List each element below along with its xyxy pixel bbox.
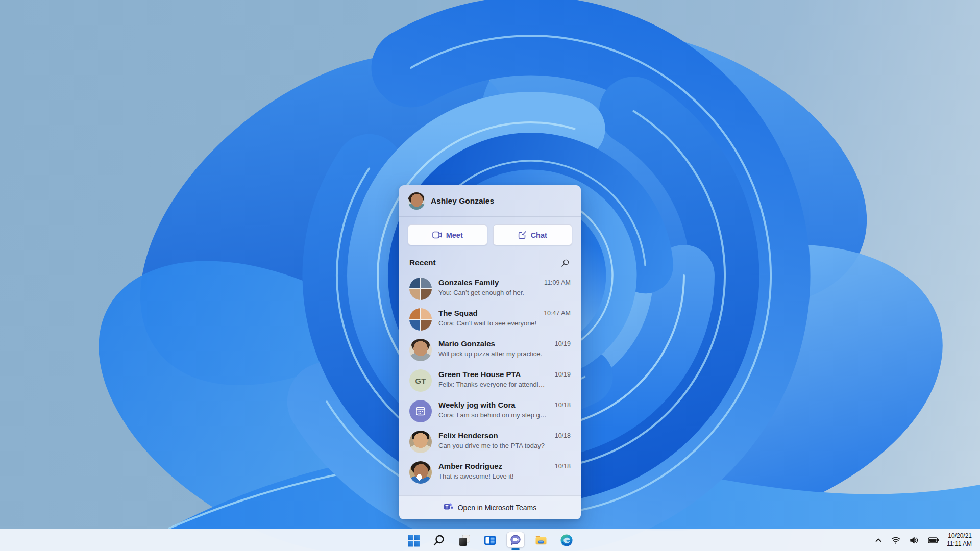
chat-preview: You: Can’t get enough of her.: [438, 288, 537, 297]
chat-preview: Felix: Thanks everyone for attending tod…: [438, 380, 548, 389]
speaker-icon: [910, 536, 919, 544]
chat-list-item[interactable]: Felix Henderson Can you drive me to the …: [399, 427, 581, 457]
volume-button[interactable]: [906, 531, 922, 549]
chat-avatar: [409, 339, 432, 361]
chat-name: Gonzales Family: [438, 278, 537, 288]
system-tray: 10/20/21 11:11 AM: [871, 529, 975, 551]
task-view-button[interactable]: [454, 530, 475, 550]
video-camera-icon: [432, 231, 442, 239]
chat-timestamp: 10/19: [555, 339, 571, 347]
teams-chat-icon: [509, 534, 522, 547]
chevron-up-icon: [875, 537, 882, 544]
open-in-teams-label: Open in Microsoft Teams: [458, 504, 537, 512]
meet-button[interactable]: Meet: [408, 224, 487, 245]
microsoft-teams-logo-icon: [444, 502, 453, 513]
chat-name: The Squad: [438, 309, 537, 318]
calendar-icon: [415, 406, 426, 417]
chat-button-label: Chat: [531, 231, 547, 239]
flyout-header: Ashley Gonzales: [399, 185, 581, 217]
meet-button-label: Meet: [446, 231, 463, 239]
chat-timestamp: 10:47 AM: [544, 308, 571, 317]
chat-avatar: [409, 278, 432, 300]
search-button[interactable]: [429, 530, 449, 550]
chat-preview: Will pick up pizza after my practice.: [438, 349, 548, 359]
wifi-icon: [891, 536, 900, 544]
chat-taskbar-button[interactable]: [505, 530, 526, 550]
chat-timestamp: 10/19: [555, 369, 571, 378]
chat-list-item[interactable]: Amber Rodriguez That is awesome! Love it…: [399, 457, 581, 488]
search-icon: [433, 534, 445, 546]
battery-button[interactable]: [924, 531, 943, 549]
active-indicator: [511, 548, 520, 550]
chat-avatar: GT: [409, 369, 432, 392]
folder-icon: [534, 534, 548, 547]
user-name: Ashley Gonzales: [431, 196, 494, 206]
windows-logo-icon: [407, 534, 420, 547]
open-in-teams-button[interactable]: Open in Microsoft Teams: [399, 495, 581, 519]
chat-preview: Can you drive me to the PTA today?: [438, 441, 548, 450]
taskbar-center-icons: [403, 529, 577, 551]
file-explorer-button[interactable]: [531, 530, 551, 550]
chat-name: Weekly jog with Cora: [438, 400, 548, 410]
taskbar: 10/20/21 11:11 AM: [0, 529, 980, 551]
chat-name: Green Tree House PTA: [438, 370, 548, 380]
chat-avatar: [409, 400, 432, 422]
chat-name: Mario Gonzales: [438, 339, 548, 349]
user-avatar[interactable]: [408, 192, 425, 210]
network-wifi-button[interactable]: [888, 531, 904, 549]
chat-list-item[interactable]: Weekly jog with Cora Cora: I am so behin…: [399, 396, 581, 427]
chat-list-item[interactable]: GT Green Tree House PTA Felix: Thanks ev…: [399, 365, 581, 396]
quick-actions: Meet Chat: [399, 217, 581, 249]
chat-name: Amber Rodriguez: [438, 462, 548, 471]
chat-avatar: [409, 461, 432, 484]
compose-icon: [518, 231, 527, 239]
chat-list-item[interactable]: The Squad Cora: Can’t wait to see everyo…: [399, 304, 581, 335]
chat-timestamp: 10/18: [555, 431, 571, 439]
chat-name: Felix Henderson: [438, 431, 548, 441]
edge-browser-icon: [560, 534, 573, 547]
widgets-icon: [483, 534, 497, 547]
chat-avatar: [409, 431, 432, 453]
chat-avatar: [409, 308, 432, 331]
edge-button[interactable]: [556, 530, 577, 550]
chat-button[interactable]: Chat: [493, 224, 573, 245]
tray-date: 10/20/21: [948, 532, 972, 540]
chat-list-item[interactable]: Mario Gonzales Will pick up pizza after …: [399, 335, 581, 365]
task-view-icon: [458, 534, 471, 547]
recent-header: Recent: [399, 249, 581, 271]
search-icon[interactable]: [559, 257, 571, 268]
teams-chat-flyout: Ashley Gonzales Meet Chat Recent: [399, 185, 581, 519]
widgets-button[interactable]: [480, 530, 500, 550]
chat-timestamp: 10/18: [555, 461, 571, 470]
chat-list-item[interactable]: Gonzales Family You: Can’t get enough of…: [399, 273, 581, 304]
start-button[interactable]: [403, 530, 424, 550]
hidden-icons-chevron[interactable]: [871, 531, 886, 549]
chat-timestamp: 10/18: [555, 400, 571, 409]
chat-preview: Cora: Can’t wait to see everyone!: [438, 319, 537, 328]
clock[interactable]: 10/20/21 11:11 AM: [945, 532, 975, 548]
chat-preview: Cora: I am so behind on my step goals.: [438, 411, 548, 420]
chat-timestamp: 11:09 AM: [544, 278, 571, 286]
recent-title: Recent: [409, 258, 436, 267]
recent-chat-list: Gonzales Family You: Can’t get enough of…: [399, 271, 581, 488]
tray-time: 11:11 AM: [947, 540, 972, 548]
battery-icon: [928, 537, 939, 544]
chat-preview: That is awesome! Love it!: [438, 472, 548, 481]
